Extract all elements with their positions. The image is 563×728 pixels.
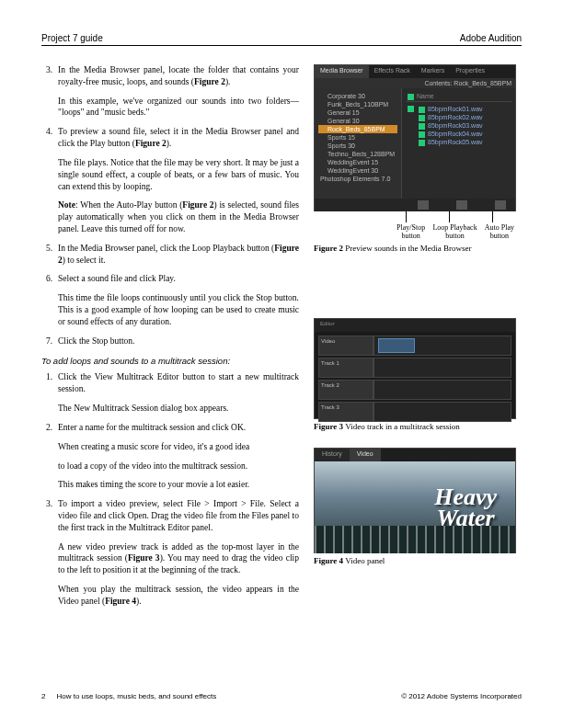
tree-item[interactable]: Techno_Beds_128BPM bbox=[318, 150, 397, 158]
copyright: © 2012 Adobe Systems Incorporated bbox=[401, 692, 522, 700]
page-footer: 2 How to use loops, music beds, and soun… bbox=[41, 692, 522, 700]
tree-item[interactable]: Funk_Beds_110BPM bbox=[318, 100, 397, 108]
callout-labels: Play/Stop button Loop Playback button Au… bbox=[314, 224, 521, 241]
step-paragraph: to load a copy of the video into the mul… bbox=[58, 461, 299, 472]
track-lane[interactable] bbox=[373, 402, 511, 422]
track-header[interactable]: Track 3 bbox=[318, 402, 373, 422]
step-paragraph: This time the file loops continuously un… bbox=[58, 292, 299, 327]
step-paragraph: In the Media Browser panel, locate the f… bbox=[58, 64, 299, 88]
label-auto: Auto Play button bbox=[480, 224, 519, 241]
page-header: Project 7 guide Adobe Audition bbox=[41, 33, 522, 46]
header-left: Project 7 guide bbox=[41, 33, 103, 43]
callout-pointers bbox=[314, 211, 521, 222]
step-paragraph: In this example, we've organized our sou… bbox=[58, 96, 299, 119]
footer-title: How to use loops, music beds, and sound … bbox=[56, 692, 216, 700]
step-paragraph: A new video preview track is added as th… bbox=[58, 541, 299, 576]
file-item[interactable]: 85bpmRock02.wav bbox=[417, 113, 511, 121]
tree-item[interactable]: Sports 30 bbox=[318, 142, 397, 150]
multitrack-titlebar: Editor bbox=[315, 319, 515, 332]
loop-playback-button[interactable] bbox=[456, 200, 467, 210]
step-item: 2.Enter a name for the multitrack sessio… bbox=[41, 422, 299, 491]
play-stop-button[interactable] bbox=[418, 200, 429, 210]
tree-item[interactable]: WeddingEvent 30 bbox=[318, 166, 397, 175]
step-paragraph: Enter a name for the multitrack session … bbox=[58, 422, 299, 434]
track-row[interactable]: Video bbox=[318, 336, 511, 356]
file-item[interactable]: 85bpmRock01.wav bbox=[417, 105, 511, 113]
tab-media-browser[interactable]: Media Browser bbox=[315, 65, 369, 78]
step-number: 4. bbox=[41, 126, 58, 235]
tab-properties[interactable]: Properties bbox=[450, 65, 490, 78]
file-item[interactable]: 85bpmRock05.wav bbox=[417, 138, 511, 146]
panel-footer bbox=[315, 199, 515, 211]
tree-item[interactable]: Photoshop Elements 7.0 bbox=[318, 175, 397, 183]
step-number: 2. bbox=[41, 422, 58, 491]
tab-effects-rack[interactable]: Effects Rack bbox=[369, 65, 416, 78]
auto-play-button[interactable] bbox=[495, 200, 506, 210]
tab-video[interactable]: Video bbox=[350, 449, 381, 461]
step-number: 7. bbox=[41, 336, 58, 347]
video-preview: Heavy Water bbox=[315, 461, 515, 553]
step-paragraph: The New Multitrack Session dialog box ap… bbox=[58, 403, 299, 415]
file-item[interactable]: 85bpmRock03.wav bbox=[417, 121, 511, 130]
figure-2-caption: Figure 2 Preview sounds in the Media Bro… bbox=[314, 244, 521, 255]
step-item: 6.Select a sound file and click Play.Thi… bbox=[41, 273, 299, 327]
tree-item[interactable]: Corporate 30 bbox=[318, 92, 397, 100]
contents-value: Rock_Beds_85BPM bbox=[454, 80, 511, 86]
track-header[interactable]: Track 1 bbox=[318, 358, 373, 378]
step-body: Click the Stop button. bbox=[58, 336, 299, 347]
page-number: 2 bbox=[41, 692, 45, 700]
video-title-text: Heavy Water bbox=[434, 486, 497, 529]
figure-3: Editor Video Track 1 Track 2 bbox=[314, 318, 521, 433]
header-right: Adobe Audition bbox=[460, 33, 522, 43]
step-number: 3. bbox=[41, 498, 58, 608]
step-paragraph: When creating a music score for video, i… bbox=[58, 441, 299, 453]
track-header[interactable]: Video bbox=[318, 336, 373, 356]
step-paragraph: Click the View Multitrack Editor button … bbox=[58, 371, 299, 395]
step-item: 4.To preview a sound file, select it in … bbox=[41, 126, 299, 235]
tree-item[interactable]: Rock_Beds_85BPM bbox=[318, 125, 397, 133]
step-body: In the Media Browser panel, click the Lo… bbox=[58, 243, 299, 267]
step-body: To preview a sound file, select it in th… bbox=[58, 126, 299, 235]
step-paragraph: The file plays. Notice that the file may… bbox=[58, 157, 299, 192]
figure-2: Media Browser Effects Rack Markers Prope… bbox=[314, 64, 521, 254]
figure-4: History Video Heavy Water Figure 4 Video… bbox=[314, 448, 521, 567]
track-header[interactable]: Track 2 bbox=[318, 380, 373, 400]
file-list[interactable]: Name 85bpmRock01.wav85bpmRock02.wav85bpm… bbox=[402, 88, 515, 199]
tree-item[interactable]: Sports 15 bbox=[318, 133, 397, 142]
step-paragraph: Click the Stop button. bbox=[58, 336, 299, 347]
media-browser-panel: Media Browser Effects Rack Markers Prope… bbox=[314, 64, 516, 211]
tab-history[interactable]: History bbox=[315, 449, 350, 461]
step-number: 3. bbox=[41, 64, 58, 119]
tree-item[interactable]: WeddingEvent 15 bbox=[318, 158, 397, 166]
step-paragraph: This makes timing the score to your movi… bbox=[58, 479, 299, 491]
contents-bar: Contents: Rock_Beds_85BPM bbox=[315, 78, 515, 88]
track-lane[interactable] bbox=[373, 336, 511, 356]
tree-item[interactable]: General 30 bbox=[318, 117, 397, 125]
file-item[interactable]: 85bpmRock04.wav bbox=[417, 130, 511, 138]
step-item: 7.Click the Stop button. bbox=[41, 336, 299, 347]
name-column-header: Name bbox=[406, 92, 511, 102]
video-clip[interactable] bbox=[378, 338, 415, 353]
content-area: 3.In the Media Browser panel, locate the… bbox=[41, 64, 522, 615]
track-row[interactable]: Track 1 bbox=[318, 358, 511, 378]
step-paragraph: To preview a sound file, select it in th… bbox=[58, 126, 299, 150]
step-body: Enter a name for the multitrack session … bbox=[58, 422, 299, 491]
track-row[interactable]: Track 2 bbox=[318, 380, 511, 400]
step-item: 3.In the Media Browser panel, locate the… bbox=[41, 64, 299, 119]
figure-4-caption: Figure 4 Video panel bbox=[314, 556, 521, 567]
step-body: Select a sound file and click Play.This … bbox=[58, 273, 299, 327]
left-column: 3.In the Media Browser panel, locate the… bbox=[41, 64, 299, 615]
tree-item[interactable]: General 15 bbox=[318, 108, 397, 117]
step-body: In the Media Browser panel, locate the f… bbox=[58, 64, 299, 119]
step-number: 1. bbox=[41, 371, 58, 414]
track-row[interactable]: Track 3 bbox=[318, 402, 511, 422]
folder-tree[interactable]: Corporate 30Funk_Beds_110BPMGeneral 15Ge… bbox=[315, 88, 402, 199]
track-lane[interactable] bbox=[373, 358, 511, 378]
figure-3-caption: Figure 3 Video track in a multitrack ses… bbox=[314, 422, 521, 433]
video-wave bbox=[315, 526, 515, 553]
tab-markers[interactable]: Markers bbox=[416, 65, 450, 78]
step-paragraph: In the Media Browser panel, click the Lo… bbox=[58, 243, 299, 267]
track-lane[interactable] bbox=[373, 380, 511, 400]
step-paragraph: When you play the multitrack session, th… bbox=[58, 584, 299, 608]
step-body: To import a video preview, select File >… bbox=[58, 498, 299, 608]
